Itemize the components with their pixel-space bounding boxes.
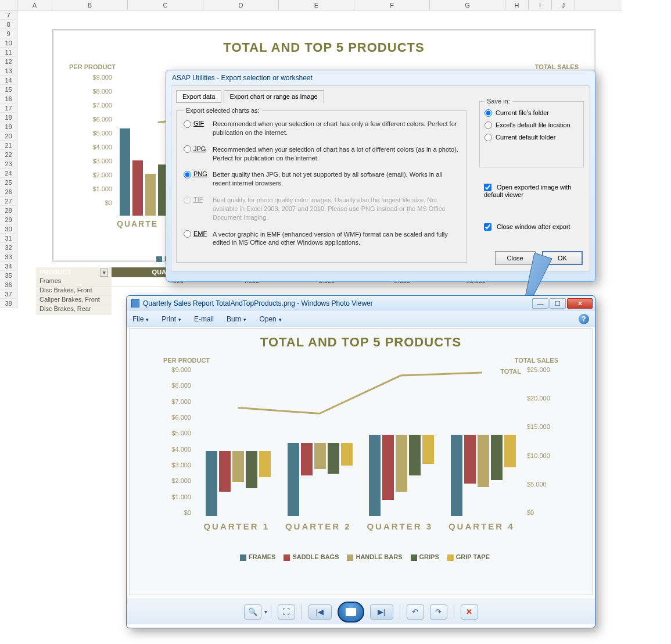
rotate-cw-icon[interactable]: ↷ xyxy=(430,604,447,620)
help-icon[interactable]: ? xyxy=(579,314,589,324)
row-header-33[interactable]: 33 xyxy=(0,252,17,262)
checkbox-close-after[interactable]: Close window after export xyxy=(484,223,583,231)
row-header-29[interactable]: 29 xyxy=(0,215,17,224)
legend-item: GRIP TAPE xyxy=(456,553,490,560)
savein-radio-1[interactable] xyxy=(485,121,492,129)
maximize-button[interactable]: ☐ xyxy=(550,298,566,309)
format-option-emf[interactable]: EMFA vector graphic in EMF (enhanced ver… xyxy=(184,230,459,248)
row-header-31[interactable]: 31 xyxy=(0,234,17,243)
row-header-9[interactable]: 9 xyxy=(0,29,17,38)
row-header-38[interactable]: 38 xyxy=(0,299,17,308)
tab-export-image[interactable]: Export chart or range as image xyxy=(224,90,324,103)
next-icon[interactable]: ▶| xyxy=(370,604,393,620)
savein-option-2[interactable]: Current default folder xyxy=(485,134,579,141)
close-window-button[interactable]: ✕ xyxy=(567,298,593,309)
col-header-A[interactable]: A xyxy=(17,0,52,10)
menu-email[interactable]: E-mail xyxy=(194,315,214,323)
minimize-button[interactable]: — xyxy=(532,298,548,309)
save-in-label: Save in: xyxy=(485,98,512,105)
col-header-D[interactable]: D xyxy=(203,0,279,10)
checkbox-open-viewer-input[interactable] xyxy=(484,184,491,191)
radio-tif xyxy=(184,196,191,204)
row-header-25[interactable]: 25 xyxy=(0,178,17,187)
row-headers: 7891011121314151617181920212223242526272… xyxy=(0,10,17,308)
row-header-20[interactable]: 20 xyxy=(0,131,17,141)
filter-dropdown-icon[interactable]: ▾ xyxy=(100,269,108,277)
row-header-22[interactable]: 22 xyxy=(0,150,17,159)
row-header-10[interactable]: 10 xyxy=(0,38,17,48)
col-header-H[interactable]: H xyxy=(505,0,529,10)
save-in-group: Save in: Current file's folderExcel's de… xyxy=(479,98,584,167)
quarter-group xyxy=(365,435,437,516)
col-header-I[interactable]: I xyxy=(529,0,552,10)
axis-label-per-product: PER PRODUCT xyxy=(69,63,116,70)
menu-open[interactable]: Open xyxy=(259,315,281,323)
row-header-21[interactable]: 21 xyxy=(0,141,17,150)
row-header-15[interactable]: 15 xyxy=(0,85,17,94)
row-header-12[interactable]: 12 xyxy=(0,57,17,66)
row-header-24[interactable]: 24 xyxy=(0,169,17,178)
row-header-23[interactable]: 23 xyxy=(0,159,17,169)
row-header-11[interactable]: 11 xyxy=(0,48,17,57)
checkbox-close-after-input[interactable] xyxy=(484,223,491,231)
radio-emf[interactable] xyxy=(184,230,191,238)
format-option-gif[interactable]: GIFRecommended when your selection or ch… xyxy=(184,120,459,137)
checkbox-open-viewer[interactable]: Open exported image with default viewer xyxy=(484,184,583,198)
row-header-30[interactable]: 30 xyxy=(0,224,17,234)
legend-item: GRIPS xyxy=(419,553,439,560)
col-header-B[interactable]: B xyxy=(52,0,128,10)
radio-jpg[interactable] xyxy=(184,145,191,153)
row-header-34[interactable]: 34 xyxy=(0,262,17,271)
prev-icon[interactable]: |◀ xyxy=(308,604,332,620)
menu-burn[interactable]: Burn xyxy=(227,315,246,323)
rotate-ccw-icon[interactable]: ↶ xyxy=(407,604,424,620)
row-header-8[interactable]: 8 xyxy=(0,20,17,29)
header-product[interactable]: PRODUCT▾ xyxy=(36,267,112,277)
row-header-28[interactable]: 28 xyxy=(0,206,17,215)
savein-option-1[interactable]: Excel's default file location xyxy=(485,121,579,129)
row-header-16[interactable]: 16 xyxy=(0,94,17,103)
exported-chart: TOTAL AND TOP 5 PRODUCTS PER PRODUCT TOT… xyxy=(140,335,582,561)
bar-grip-tape xyxy=(341,443,353,466)
row-header-18[interactable]: 18 xyxy=(0,113,17,122)
bar-grips xyxy=(246,451,257,488)
savein-radio-0[interactable] xyxy=(485,109,492,117)
col-header-C[interactable]: C xyxy=(128,0,203,10)
savein-radio-2[interactable] xyxy=(485,134,492,141)
delete-icon[interactable]: ✕ xyxy=(461,604,478,620)
row-header-32[interactable]: 32 xyxy=(0,243,17,252)
format-option-jpg[interactable]: JPGRecommended when your selection of ch… xyxy=(184,145,459,163)
savein-option-0[interactable]: Current file's folder xyxy=(485,109,579,117)
quarter-group xyxy=(202,451,274,516)
row-header-19[interactable]: 19 xyxy=(0,122,17,131)
col-header-E[interactable]: E xyxy=(279,0,354,10)
col-header-G[interactable]: G xyxy=(430,0,505,10)
row-header-27[interactable]: 27 xyxy=(0,196,17,206)
row-header-14[interactable]: 14 xyxy=(0,76,17,85)
bar-frames xyxy=(288,443,299,516)
radio-png[interactable] xyxy=(184,171,191,178)
tab-export-data[interactable]: Export data xyxy=(176,90,221,103)
row-header-26[interactable]: 26 xyxy=(0,187,17,196)
row-header-13[interactable]: 13 xyxy=(0,66,17,76)
format-option-png[interactable]: PNGBetter quality then JPG, but not yet … xyxy=(184,170,459,188)
zoom-out-icon[interactable]: 🔍 xyxy=(244,604,261,620)
axis-label-per-product: PER PRODUCT xyxy=(163,357,210,364)
y-axis-left: $9.000$8.000$7.000$6.000$5.000$4.000$3.0… xyxy=(162,366,191,516)
bar-grip-tape xyxy=(422,435,434,464)
row-header-35[interactable]: 35 xyxy=(0,271,17,280)
row-header-36[interactable]: 36 xyxy=(0,280,17,289)
radio-gif[interactable] xyxy=(184,120,191,128)
menu-file[interactable]: File xyxy=(132,315,149,323)
row-header-37[interactable]: 37 xyxy=(0,289,17,299)
plot-area: $9.000$8.000$7.000$6.000$5.000$4.000$3.0… xyxy=(163,366,558,529)
col-header-F[interactable]: F xyxy=(354,0,430,10)
bar-grips xyxy=(491,435,503,480)
row-header-7[interactable]: 7 xyxy=(0,10,17,20)
row-header-17[interactable]: 17 xyxy=(0,103,17,113)
slideshow-icon[interactable] xyxy=(338,602,364,622)
menu-print[interactable]: Print xyxy=(162,315,181,323)
viewer-titlebar[interactable]: Quarterly Sales Report TotalAndTopProduc… xyxy=(127,296,595,311)
fit-icon[interactable]: ⛶ xyxy=(278,604,295,620)
col-header-J[interactable]: J xyxy=(552,0,575,10)
